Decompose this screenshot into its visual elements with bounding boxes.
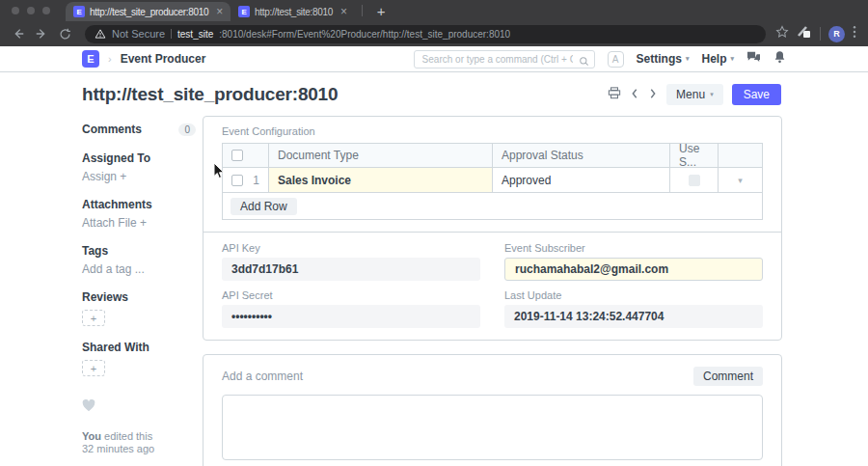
toolbar-right: R (775, 24, 860, 43)
print-icon[interactable] (608, 86, 621, 103)
toolbar-divider (820, 27, 821, 41)
event-configuration-grid: Document Type Approval Status Use S... 1… (222, 143, 763, 220)
add-share-button[interactable]: + (82, 360, 105, 376)
event-subscriber-field: Event Subscriber ruchamahabal2@gmail.com (504, 242, 763, 281)
form-sidebar: Comments 0 Assigned To Assign + Attachme… (82, 123, 196, 466)
chat-icon[interactable] (746, 50, 761, 68)
add-tag-link[interactable]: Add a tag ... (82, 262, 196, 276)
chevron-down-icon: ▾ (710, 91, 714, 98)
approval-status-cell[interactable]: Approved (493, 168, 670, 192)
tab-title: http://test_site:8010 (255, 7, 333, 17)
browser-tab-active[interactable]: E http://test_site_producer:8010 × (66, 2, 231, 21)
browser-profile-avatar[interactable]: R (828, 26, 845, 42)
settings-label: Settings (637, 52, 682, 66)
tags-section: Tags Add a tag ... (82, 244, 196, 276)
chevron-down-icon: ▾ (686, 55, 690, 63)
url-domain: test_site (177, 29, 213, 40)
api-section: API Key 3dd7d17b61 Event Subscriber ruch… (203, 233, 781, 340)
api-secret-field: API Secret •••••••••• (222, 289, 480, 328)
url-separator (171, 29, 172, 39)
event-configuration-section: Event Configuration Document Type Approv… (203, 117, 781, 232)
global-search (414, 49, 595, 69)
grid-header-row: Document Type Approval Status Use S... (223, 144, 762, 168)
assign-link[interactable]: Assign + (82, 170, 196, 183)
comment-input[interactable] (222, 395, 763, 460)
document-type-cell[interactable]: Sales Invoice (269, 168, 493, 192)
event-subscriber-label: Event Subscriber (504, 242, 763, 254)
forward-icon[interactable] (31, 24, 52, 43)
tab-close-icon[interactable]: × (216, 6, 223, 17)
window-minimize-button[interactable] (27, 7, 35, 14)
row-check-cell: 1 (223, 168, 269, 192)
last-update-field: Last Update 2019-11-14 13:24:52.447704 (504, 289, 763, 328)
settings-menu[interactable]: Settings ▾ (637, 52, 690, 66)
comments-label: Comments (82, 123, 142, 136)
shared-with-section: Shared With + (82, 341, 196, 376)
breadcrumb[interactable]: Event Producer (121, 52, 206, 66)
activity-time: 32 minutes ago (82, 443, 196, 455)
save-button[interactable]: Save (732, 84, 781, 105)
back-icon[interactable] (8, 24, 29, 43)
comment-button[interactable]: Comment (693, 367, 763, 386)
last-update-label: Last Update (504, 289, 763, 301)
notifications-bell-icon[interactable] (773, 50, 786, 68)
help-label: Help (701, 52, 726, 66)
select-all-checkbox[interactable] (231, 150, 243, 161)
add-review-button[interactable]: + (82, 310, 105, 326)
browser-tab-inactive[interactable]: E http://test_site:8010 × (231, 2, 355, 21)
screen: E http://test_site_producer:8010 × E htt… (0, 0, 868, 466)
address-bar[interactable]: Not Secure test_site :8010/desk#Form/Eve… (85, 25, 766, 43)
row-menu-cell: ▾ (719, 168, 762, 192)
page-title: http://test_site_producer:8010 (82, 84, 338, 105)
prev-record-icon[interactable] (630, 86, 639, 103)
tab-favicon: E (238, 6, 250, 17)
search-input[interactable] (414, 50, 595, 69)
activity-edited: You edited this 32 minutes ago (82, 430, 196, 454)
user-avatar[interactable]: A (608, 51, 624, 68)
assigned-to-section: Assigned To Assign + (82, 151, 196, 183)
browser-menu-icon[interactable] (853, 25, 856, 42)
column-approval-status: Approval Status (493, 144, 670, 167)
window-zoom-button[interactable] (42, 7, 50, 14)
attach-file-link[interactable]: Attach File + (82, 216, 196, 230)
navbar-right: A Settings ▾ Help ▾ (414, 49, 786, 69)
api-key-field: API Key 3dd7d17b61 (222, 242, 480, 281)
next-record-icon[interactable] (648, 86, 658, 103)
api-secret-label: API Secret (222, 289, 480, 301)
event-subscriber-value[interactable]: ruchamahabal2@gmail.com (504, 258, 763, 281)
row-dropdown-icon[interactable]: ▾ (738, 176, 743, 185)
grid-row-1[interactable]: 1 Sales Invoice Approved ▾ (223, 168, 762, 193)
like-heart-icon[interactable] (82, 399, 196, 415)
tab-close-icon[interactable]: × (340, 6, 347, 17)
comments-row[interactable]: Comments 0 (82, 123, 196, 136)
window-controls[interactable] (12, 7, 50, 14)
last-update-value: 2019-11-14 13:24:52.447704 (504, 305, 763, 328)
use-same-checkbox[interactable] (689, 175, 700, 186)
api-key-label: API Key (222, 242, 480, 254)
page-head: http://test_site_producer:8010 Menu ▾ Sa… (0, 72, 868, 116)
window-close-button[interactable] (12, 7, 19, 14)
reload-icon[interactable] (54, 24, 75, 43)
section-title: Event Configuration (222, 125, 763, 137)
comment-card: Add a comment Comment Ctrl+Enter to add … (203, 354, 782, 466)
content: Comments 0 Assigned To Assign + Attachme… (0, 116, 868, 466)
comment-header: Add a comment Comment (222, 367, 763, 386)
menu-label: Menu (676, 88, 705, 101)
tab-separator (362, 5, 363, 16)
menu-button[interactable]: Menu ▾ (666, 84, 723, 105)
extension-icon[interactable] (797, 24, 812, 43)
reviews-section: Reviews + (82, 290, 196, 326)
add-row-button[interactable]: Add Row (231, 198, 297, 215)
browser-toolbar: Not Secure test_site :8010/desk#Form/Eve… (0, 21, 868, 46)
new-tab-button[interactable]: + (369, 4, 393, 18)
bookmark-star-icon[interactable] (775, 25, 789, 42)
reviews-label: Reviews (82, 290, 196, 304)
security-label: Not Secure (112, 28, 165, 40)
activity-user: You (82, 430, 101, 442)
row-checkbox[interactable] (231, 175, 243, 186)
app-logo[interactable]: E (82, 50, 99, 68)
help-menu[interactable]: Help ▾ (701, 52, 734, 66)
column-use-same: Use S... (670, 144, 719, 167)
browser-tab-strip: E http://test_site_producer:8010 × E htt… (0, 0, 868, 21)
shared-with-label: Shared With (82, 341, 196, 354)
